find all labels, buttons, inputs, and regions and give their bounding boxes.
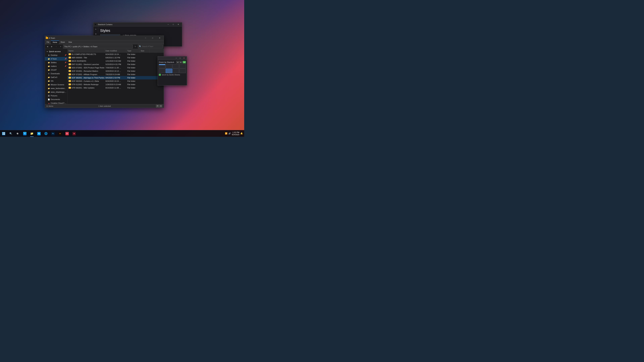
sidebar-item-mailers[interactable]: 📁 mailers 📌: [45, 64, 68, 68]
taskbar-unknown-app[interactable]: ◆: [71, 130, 78, 137]
theme-icon-3[interactable]: ●: [183, 61, 186, 63]
selected-count: 1 item selected: [98, 105, 111, 107]
sidebar-item-desktop[interactable]: 🖥 Desktop 📌: [45, 53, 68, 57]
table-row[interactable]: ENT 011801 - Stardock Launcher 5/23/2019…: [68, 63, 164, 66]
theme-maximize[interactable]: □: [178, 57, 182, 60]
cell-type: File folder: [126, 87, 140, 89]
taskbar-file-explorer[interactable]: 📁: [28, 130, 35, 137]
sidebar-item-231x87[interactable]: 📁 231x87: [45, 68, 68, 72]
theme-content: Green by Stardock ◀ ▶ ● bench: [158, 60, 187, 77]
sidebar-label-mission: Mission Screens: [51, 84, 64, 86]
refresh-button[interactable]: ↻: [134, 45, 137, 48]
folder-icon-mailers: 📁: [48, 65, 50, 67]
taskbar-edge[interactable]: e: [22, 130, 28, 137]
expand-icon: ▾: [46, 50, 48, 53]
tab-view[interactable]: View: [67, 40, 74, 44]
col-date[interactable]: Date modified: [104, 49, 126, 53]
search-icon: 🔍: [139, 45, 142, 48]
table-row[interactable]: STR 082001 - Wiki Updates 8/14/2020 11:0…: [68, 86, 164, 89]
sidebar-item-galciv3[interactable]: 📁 GalCiv3: [45, 75, 68, 79]
sidebar-item-creative-cloud[interactable]: ☁ Creative Cloud Files: [45, 101, 68, 104]
sidebar-label-documents: Documents: [51, 98, 60, 100]
sidebar-item-factiondesign[interactable]: 📁 www_factiondesi...: [45, 86, 68, 90]
cell-date: 8/24/2020 10:24 ...: [104, 80, 126, 82]
theme-color-dot: [159, 74, 161, 76]
notification-icon[interactable]: 🔔: [240, 132, 243, 135]
file-explorer-title: A Team: [49, 37, 142, 39]
tab-file[interactable]: File: [45, 40, 51, 44]
sidebar-item-skittles[interactable]: 📁 Skittles 📌: [45, 61, 68, 64]
sidebar-item-shipdesign[interactable]: 📁 www_shipdesign_...: [45, 90, 68, 94]
taskbar-illustrator[interactable]: Ai: [57, 130, 64, 137]
col-type[interactable]: Type: [126, 49, 140, 53]
cell-name: SOF 072001 - Affiliate Program: [68, 73, 104, 75]
preview-item-1: [159, 64, 165, 68]
theme-name-text: Green by Stardock: [159, 61, 174, 63]
taskbar-clock[interactable]: 1:32 PM 8/24/2020: [232, 131, 240, 136]
forward-button[interactable]: ▶: [50, 45, 54, 48]
col-name[interactable]: Name: [68, 49, 104, 53]
tiles-view-button[interactable]: ⊞: [159, 105, 162, 107]
col-size[interactable]: Size: [140, 49, 150, 53]
taskbar-photoshop[interactable]: Ps: [50, 130, 56, 137]
taskbar-chrome[interactable]: 🌐: [42, 130, 49, 137]
table-row[interactable]: SOF 082001 - Add Apps to Third Parties 8…: [68, 76, 164, 79]
download-icon: ⬇: [48, 72, 50, 75]
sidebar-item-pictures[interactable]: 🖼 Pictures: [45, 94, 68, 97]
sidebar-item-documents[interactable]: 📄 Documents: [45, 97, 68, 101]
cell-date: 8/14/2020 11:08 ...: [104, 87, 126, 89]
close-button[interactable]: ✕: [156, 36, 163, 40]
table-row[interactable]: ABR 000000 - Title 6/8/2016 1:32 PM File…: [68, 56, 164, 59]
maximize-button[interactable]: □: [149, 36, 156, 40]
chrome-icon: 🌐: [44, 132, 48, 135]
stardock-maximize[interactable]: □: [171, 23, 176, 26]
table-row[interactable]: STR 012002 - Website Redesign 1/28/2020 …: [68, 83, 164, 86]
preview-item-4: [179, 64, 186, 68]
theme-icon-1[interactable]: ◀: [176, 61, 179, 63]
taskbar-store[interactable]: 🛍: [36, 130, 42, 137]
cloud-icon: ☁: [48, 102, 50, 104]
table-row[interactable]: SDS 072001 - SDS Product Page Redesign 7…: [68, 66, 164, 69]
cell-name: BACK BURNERS: [68, 60, 104, 62]
sidebar-label-cc: Creative Cloud Files: [51, 102, 66, 104]
svg-rect-3: [4, 134, 5, 135]
table-row[interactable]: BACK BURNERS 1/21/2020 9:02 AM File fold…: [68, 59, 164, 63]
theme-close[interactable]: ✕: [182, 57, 186, 60]
preview-item-selected[interactable]: [166, 69, 172, 73]
details-view-button[interactable]: ☰: [156, 105, 159, 107]
up-button[interactable]: ↑: [54, 45, 58, 48]
back-button[interactable]: ◀: [46, 45, 49, 48]
minimize-button[interactable]: ─: [142, 36, 149, 40]
tab-share[interactable]: Share: [59, 40, 67, 44]
tab-home[interactable]: Home: [51, 40, 59, 44]
recent-locations-button[interactable]: ▾: [59, 45, 62, 48]
table-row[interactable]: 01 COMPLETED PROJECTS 8/24/2020 10:24 ..…: [68, 53, 164, 56]
table-row[interactable]: SOF 072001 - Affiliate Program 7/6/2020 …: [68, 73, 164, 76]
sidebar-item-gfx[interactable]: 📁 Gfx: [45, 79, 68, 83]
cell-date: 8/24/2020 10:24 ...: [104, 53, 126, 55]
sidebar-item-downloads[interactable]: ⬇ Downloads: [45, 72, 68, 75]
start-button[interactable]: [0, 130, 8, 137]
stardock-edit-icon[interactable]: ✏: [94, 27, 98, 31]
search-box[interactable]: 🔍 Search A Team: [138, 45, 163, 48]
breadcrumb-bar[interactable]: This PC > public (P:) > Skittles > A Tea…: [63, 45, 133, 48]
table-row[interactable]: SOF 031901 - Remarket Mailers 3/20/2019 …: [68, 69, 164, 73]
task-view-button[interactable]: ⧉: [14, 130, 21, 137]
sidebar: ▾ Quick access 🖥 Desktop 📌 📁 A Team 📌 📁 …: [45, 49, 68, 104]
view-toggle: ☰ ⊞: [156, 105, 162, 107]
theme-title-bar: ─ □ ✕: [158, 56, 187, 60]
search-button[interactable]: 🔍: [8, 130, 14, 137]
folder-icon: [68, 77, 71, 79]
stardock-minimize[interactable]: ─: [166, 23, 170, 26]
table-row[interactable]: SOF 082003 - Curtains v1.1 Beta 8/24/202…: [68, 79, 164, 83]
sidebar-item-mission-screens[interactable]: 📁 Mission Screens: [45, 83, 68, 86]
theme-icon-2[interactable]: ▶: [180, 61, 182, 63]
stardock-close[interactable]: ✕: [176, 23, 180, 26]
theme-minimize[interactable]: ─: [174, 57, 178, 60]
sidebar-item-ateam[interactable]: 📁 A Team 📌: [45, 57, 68, 61]
cell-type: File folder: [126, 83, 140, 85]
folder-icon: [68, 73, 71, 75]
taskbar-creative-cloud[interactable]: Cc: [64, 130, 70, 137]
stardock-nav-icon[interactable]: ⊟: [94, 32, 98, 36]
store-icon: 🛍: [37, 132, 40, 135]
